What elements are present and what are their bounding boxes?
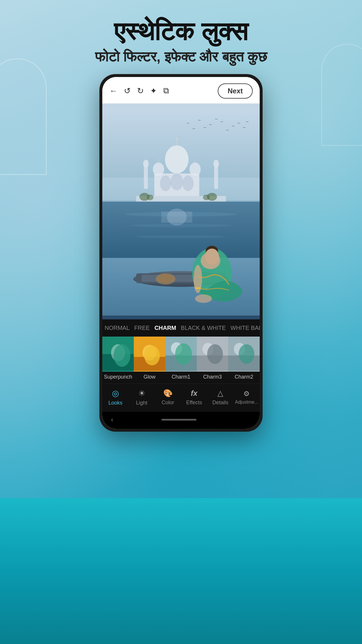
home-indicator-bar <box>161 419 196 421</box>
svg-point-18 <box>160 175 171 191</box>
redo-button[interactable]: ↻ <box>137 86 144 96</box>
svg-text:〜: 〜 <box>246 120 249 123</box>
svg-point-44 <box>158 274 173 283</box>
home-chevron-icon: ‹ <box>111 416 113 424</box>
svg-point-59 <box>144 346 160 365</box>
thumb-charm2[interactable]: Charm2 <box>228 337 260 384</box>
app-title-sub: फोटो फिल्टर, इफेक्ट और बहुत कुछ <box>95 49 267 65</box>
svg-text:〜: 〜 <box>187 122 189 125</box>
filter-tabs: NORMAL FREE CHARM BLACK & WHITE WHITE BA… <box>102 319 260 337</box>
thumb-charm1-label: Charm1 <box>171 372 191 384</box>
nav-adjustments[interactable]: ⚙ Adjustme... <box>233 390 260 405</box>
magic-button[interactable]: ✦ <box>150 86 157 96</box>
background-water <box>0 498 362 644</box>
background-arch-right <box>321 44 362 146</box>
svg-text:〜: 〜 <box>215 117 218 120</box>
svg-point-71 <box>239 344 254 364</box>
svg-point-16 <box>175 137 178 140</box>
photo-area: 〜 〜 〜 〜 〜 〜 〜 〜 〜 〜 〜 〜 <box>102 104 260 319</box>
toolbar: ← ↺ ↻ ✦ ⧉ Next <box>102 77 260 104</box>
app-title-main: एस्थेटिक लुक्स <box>95 18 267 46</box>
undo-button[interactable]: ↺ <box>124 86 131 96</box>
light-label: Light <box>136 400 147 406</box>
svg-text:〜: 〜 <box>237 122 240 125</box>
svg-point-23 <box>189 162 201 176</box>
thumb-charm2-label: Charm2 <box>233 372 254 384</box>
adjustments-icon: ⚙ <box>243 390 250 398</box>
back-button[interactable]: ← <box>109 86 117 96</box>
svg-point-51 <box>195 294 212 303</box>
photo-svg: 〜 〜 〜 〜 〜 〜 〜 〜 〜 〜 〜 〜 <box>102 104 260 319</box>
toolbar-left: ← ↺ ↻ ✦ ⧉ <box>109 86 169 96</box>
svg-point-26 <box>143 160 149 167</box>
looks-icon: ◎ <box>112 388 119 398</box>
thumbnails-row: Superpunch Glow <box>102 337 260 384</box>
thumb-charm3[interactable]: Charm3 <box>197 337 228 384</box>
svg-text:〜: 〜 <box>220 120 223 123</box>
svg-point-33 <box>203 195 210 200</box>
nav-effects[interactable]: fx Effects <box>181 389 207 406</box>
thumb-charm2-img <box>228 337 260 372</box>
svg-point-55 <box>114 344 131 367</box>
nav-color[interactable]: 🎨 Color <box>155 389 181 406</box>
svg-point-48 <box>205 249 219 264</box>
nav-looks[interactable]: ◎ Looks <box>102 388 129 406</box>
bottom-nav: ◎ Looks ☀ Light 🎨 Color fx Effects △ Det… <box>102 384 260 412</box>
svg-rect-50 <box>195 287 201 289</box>
background-arch-left <box>0 58 47 175</box>
svg-point-67 <box>207 344 223 364</box>
svg-text:〜: 〜 <box>198 119 201 122</box>
svg-text:〜: 〜 <box>243 126 246 129</box>
filter-tab-wb[interactable]: WHITE BALAN... <box>228 319 260 337</box>
thumb-charm1-img <box>165 337 197 372</box>
details-label: Details <box>212 400 228 406</box>
color-label: Color <box>161 400 174 406</box>
svg-point-21 <box>153 162 164 176</box>
next-button[interactable]: Next <box>218 83 253 99</box>
thumb-glow-img <box>134 337 165 372</box>
svg-point-32 <box>147 195 153 200</box>
svg-point-37 <box>136 235 226 238</box>
svg-point-63 <box>175 343 192 365</box>
effects-label: Effects <box>186 400 202 406</box>
svg-point-28 <box>213 160 219 167</box>
thumb-charm3-label: Charm3 <box>202 372 223 384</box>
svg-point-19 <box>171 174 183 190</box>
filter-tab-charm[interactable]: CHARM <box>152 319 178 337</box>
thumb-charm3-img <box>197 337 228 372</box>
filter-tab-normal[interactable]: NORMAL <box>102 319 132 337</box>
svg-text:〜: 〜 <box>209 123 212 126</box>
nav-light[interactable]: ☀ Light <box>129 388 155 406</box>
light-icon: ☀ <box>138 388 145 398</box>
compare-button[interactable]: ⧉ <box>163 86 169 96</box>
nav-details[interactable]: △ Details <box>207 389 233 406</box>
svg-point-14 <box>165 145 189 173</box>
thumb-charm1[interactable]: Charm1 <box>165 337 197 384</box>
adjustments-label: Adjustme... <box>235 400 258 405</box>
thumb-superpunch-img <box>102 337 134 372</box>
svg-text:〜: 〜 <box>232 125 235 128</box>
svg-text:〜: 〜 <box>203 126 206 129</box>
svg-rect-39 <box>161 211 192 223</box>
title-area: एस्थेटिक लुक्स फोटो फिल्टर, इफेक्ट और बह… <box>95 18 267 65</box>
phone-frame: ← ↺ ↻ ✦ ⧉ Next <box>99 74 263 432</box>
phone-inner: ← ↺ ↻ ✦ ⧉ Next <box>102 77 260 429</box>
effects-icon: fx <box>191 389 197 398</box>
home-indicator: ‹ <box>102 412 260 429</box>
thumb-superpunch-label: Superpunch <box>103 372 133 384</box>
filter-tab-free[interactable]: FREE <box>132 319 152 337</box>
color-icon: 🎨 <box>163 389 173 398</box>
svg-text:〜: 〜 <box>226 129 229 132</box>
details-icon: △ <box>217 389 223 398</box>
looks-label: Looks <box>108 400 122 406</box>
svg-point-20 <box>182 175 194 191</box>
thumb-glow-label: Glow <box>142 372 157 384</box>
thumb-glow[interactable]: Glow <box>134 337 165 384</box>
filter-tab-bw[interactable]: BLACK & WHITE <box>178 319 228 337</box>
svg-text:〜: 〜 <box>192 127 195 130</box>
thumb-superpunch[interactable]: Superpunch <box>102 337 134 384</box>
